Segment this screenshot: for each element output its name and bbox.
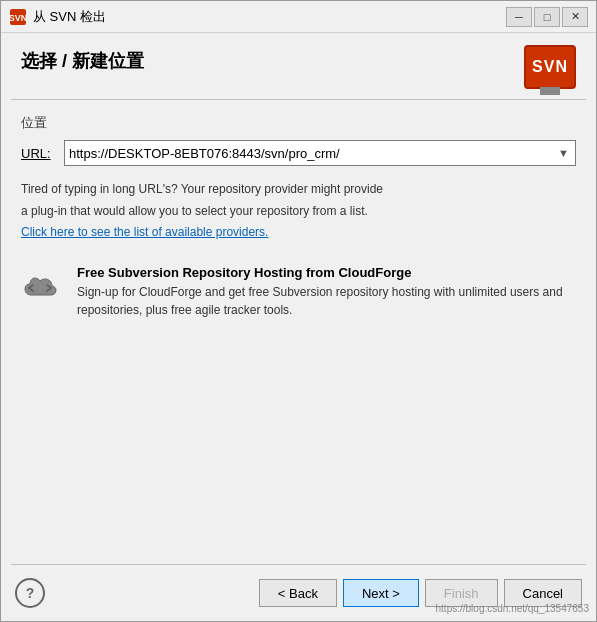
footer: ? < Back Next > Finish Cancel <box>1 565 596 621</box>
cloudforge-description: Sign-up for CloudForge and get free Subv… <box>77 283 576 319</box>
window-controls: ─ □ ✕ <box>506 7 588 27</box>
cloudforge-icon <box>21 265 65 309</box>
info-text-line1: Tired of typing in long URL's? Your repo… <box>21 180 576 198</box>
svn-logo-connector <box>540 87 560 95</box>
page-title: 选择 / 新建位置 <box>21 49 144 73</box>
svn-logo: SVN <box>524 45 576 89</box>
cloudforge-text: Free Subversion Repository Hosting from … <box>77 265 576 319</box>
main-window: SVN 从 SVN 检出 ─ □ ✕ 选择 / 新建位置 SVN 位置 URL: <box>0 0 597 622</box>
maximize-button[interactable]: □ <box>534 7 560 27</box>
window-title: 从 SVN 检出 <box>33 8 506 26</box>
minimize-button[interactable]: ─ <box>506 7 532 27</box>
header-section: 选择 / 新建位置 SVN <box>1 33 596 99</box>
cloudforge-title: Free Subversion Repository Hosting from … <box>77 265 576 280</box>
cancel-button[interactable]: Cancel <box>504 579 582 607</box>
url-label: URL: <box>21 146 56 161</box>
svg-text:SVN: SVN <box>9 13 27 23</box>
cloudforge-section: Free Subversion Repository Hosting from … <box>21 251 576 329</box>
back-button[interactable]: < Back <box>259 579 337 607</box>
info-box: Tired of typing in long URL's? Your repo… <box>21 176 576 243</box>
next-button[interactable]: Next > <box>343 579 419 607</box>
help-button[interactable]: ? <box>15 578 45 608</box>
footer-buttons: < Back Next > Finish Cancel <box>259 579 582 607</box>
url-input[interactable] <box>69 146 556 161</box>
window-icon: SVN <box>9 8 27 26</box>
finish-button[interactable]: Finish <box>425 579 498 607</box>
content-area: 选择 / 新建位置 SVN 位置 URL: ▼ Tired of typing … <box>1 33 596 621</box>
info-text-line2: a plug-in that would allow you to select… <box>21 202 576 220</box>
title-bar: SVN 从 SVN 检出 ─ □ ✕ <box>1 1 596 33</box>
url-row: URL: ▼ <box>21 140 576 166</box>
svn-logo-text: SVN <box>532 58 568 76</box>
url-dropdown-arrow[interactable]: ▼ <box>556 147 571 159</box>
providers-link[interactable]: Click here to see the list of available … <box>21 225 268 239</box>
url-input-wrapper: ▼ <box>64 140 576 166</box>
location-section-label: 位置 <box>21 114 576 132</box>
main-content: 位置 URL: ▼ Tired of typing in long URL's?… <box>1 100 596 564</box>
close-button[interactable]: ✕ <box>562 7 588 27</box>
